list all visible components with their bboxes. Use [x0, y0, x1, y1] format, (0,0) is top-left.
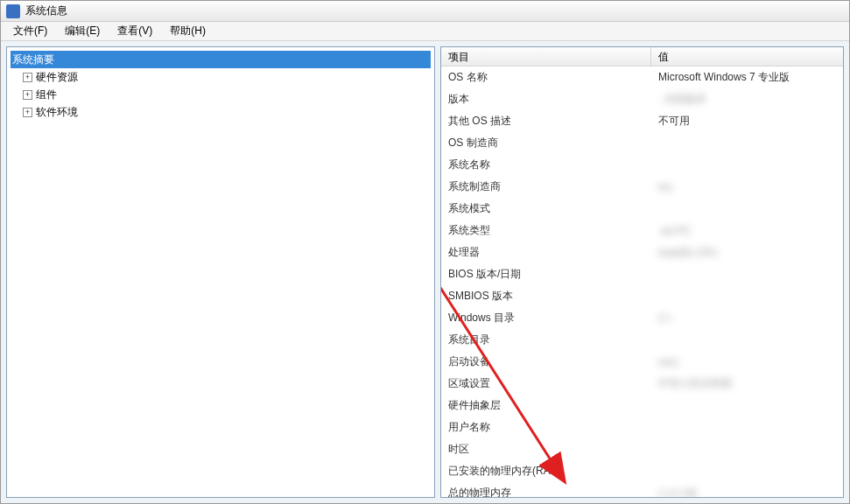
detail-row[interactable]: 系统目录: [441, 329, 843, 351]
expand-icon[interactable]: +: [23, 73, 32, 82]
detail-row[interactable]: 区域设置中华人民共和国: [441, 373, 843, 395]
detail-panel: 项目 值 OS 名称Microsoft Windows 7 专业版版本 . 内部…: [440, 46, 844, 498]
tree-node-label: 组件: [36, 88, 57, 102]
detail-item-name: Windows 目录: [441, 311, 651, 326]
detail-row[interactable]: 系统制造商 Inc.: [441, 176, 843, 198]
detail-item-name: 系统类型: [441, 223, 651, 238]
detail-item-name: 处理器: [441, 245, 651, 260]
system-info-window: 系统信息 文件(F) 编辑(E) 查看(V) 帮助(H) 系统摘要 + 硬件资源…: [0, 0, 850, 504]
tree-panel: 系统摘要 + 硬件资源 + 组件 + 软件环境: [6, 46, 435, 498]
menu-file[interactable]: 文件(F): [4, 22, 56, 40]
detail-item-name: 系统名称: [441, 158, 651, 172]
detail-item-name: 用户名称: [441, 420, 651, 435]
detail-item-value: -ed PC: [651, 225, 843, 237]
detail-row[interactable]: Windows 目录C:\: [441, 307, 843, 329]
menu-help[interactable]: 帮助(H): [161, 22, 214, 40]
detail-item-name: 硬件抽象层: [441, 398, 651, 413]
tree-node-software-env[interactable]: + 软件环境: [11, 103, 431, 121]
detail-row[interactable]: SMBIOS 版本: [441, 285, 843, 307]
content-area: 系统摘要 + 硬件资源 + 组件 + 软件环境 项目 值 OS 名称Micros…: [1, 41, 849, 503]
detail-item-value: Inc.: [651, 181, 843, 193]
detail-row[interactable]: 系统类型 -ed PC: [441, 220, 843, 242]
detail-item-name: 系统制造商: [441, 179, 651, 194]
detail-item-value: Microsoft Windows 7 专业版: [651, 70, 843, 85]
detail-item-name: 已安装的物理内存(RAM): [441, 464, 651, 479]
detail-row[interactable]: 处理器Intel(R) CPU: [441, 242, 843, 263]
detail-row[interactable]: 总的物理内存2.12 GB: [441, 482, 843, 498]
detail-item-name: SMBIOS 版本: [441, 289, 651, 304]
detail-row[interactable]: 时区: [441, 438, 843, 460]
tree-root-label: 系统摘要: [12, 52, 54, 67]
detail-item-name: 总的物理内存: [441, 486, 651, 498]
detail-item-name: 版本: [441, 92, 651, 107]
detail-row[interactable]: 用户名称: [441, 416, 843, 438]
detail-item-value: 不可用: [651, 114, 843, 129]
detail-row[interactable]: 启动设备 me1: [441, 351, 843, 373]
title-bar[interactable]: 系统信息: [1, 1, 849, 22]
detail-row[interactable]: 系统名称: [441, 154, 843, 176]
detail-row[interactable]: 系统模式: [441, 198, 843, 220]
window-title: 系统信息: [25, 4, 67, 18]
detail-row[interactable]: OS 制造商: [441, 132, 843, 154]
tree-root-system-summary[interactable]: 系统摘要: [11, 51, 431, 68]
detail-item-value: me1: [651, 356, 843, 368]
detail-item-name: 区域设置: [441, 376, 651, 391]
detail-row[interactable]: BIOS 版本/日期: [441, 263, 843, 285]
detail-item-name: OS 制造商: [441, 136, 651, 150]
tree-node-label: 软件环境: [36, 105, 78, 120]
menu-view[interactable]: 查看(V): [109, 22, 161, 40]
detail-item-name: 启动设备: [441, 354, 651, 369]
detail-item-name: 其他 OS 描述: [441, 114, 651, 129]
detail-item-name: 系统目录: [441, 332, 651, 347]
detail-row[interactable]: 其他 OS 描述不可用: [441, 110, 843, 132]
app-icon: [6, 4, 20, 18]
header-col-item[interactable]: 项目: [441, 47, 651, 66]
detail-item-value: . 内部版本: [651, 92, 843, 107]
menu-edit[interactable]: 编辑(E): [56, 22, 109, 40]
tree-node-label: 硬件资源: [36, 70, 78, 85]
detail-item-value: 中华人民共和国: [651, 376, 843, 391]
detail-row[interactable]: 已安装的物理内存(RAM): [441, 460, 843, 482]
detail-item-name: 系统模式: [441, 201, 651, 216]
tree-node-hardware[interactable]: + 硬件资源: [11, 68, 431, 86]
detail-row[interactable]: OS 名称Microsoft Windows 7 专业版: [441, 66, 843, 88]
detail-item-value: 2.12 GB: [651, 487, 843, 499]
detail-item-value: C:\: [651, 312, 843, 325]
menu-bar: 文件(F) 编辑(E) 查看(V) 帮助(H): [1, 22, 849, 41]
detail-item-name: 时区: [441, 442, 651, 457]
detail-item-value: Intel(R) CPU: [651, 247, 843, 259]
detail-item-name: OS 名称: [441, 70, 651, 85]
tree-node-components[interactable]: + 组件: [11, 86, 431, 103]
detail-row[interactable]: 版本 . 内部版本: [441, 88, 843, 110]
detail-row[interactable]: 硬件抽象层: [441, 395, 843, 416]
detail-header: 项目 值: [441, 47, 843, 66]
expand-icon[interactable]: +: [23, 90, 32, 100]
expand-icon[interactable]: +: [23, 108, 32, 117]
detail-item-name: BIOS 版本/日期: [441, 267, 651, 282]
detail-body: OS 名称Microsoft Windows 7 专业版版本 . 内部版本其他 …: [441, 66, 843, 498]
header-col-value[interactable]: 值: [651, 47, 843, 66]
